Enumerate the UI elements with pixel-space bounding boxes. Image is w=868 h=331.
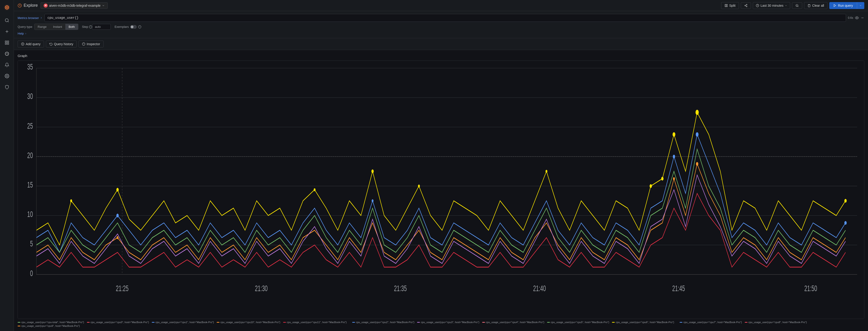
help-link[interactable]: Help — [18, 32, 864, 35]
datasource-selector[interactable]: M aiven-m3db-m3db-telegraf-example — [40, 2, 108, 9]
time-range-button[interactable]: Last 30 minutes — [753, 2, 790, 9]
sidebar-item-shield[interactable] — [2, 83, 11, 92]
sidebar-item-add[interactable] — [2, 27, 11, 36]
svg-point-1 — [6, 7, 8, 8]
svg-text:21:35: 21:35 — [394, 284, 407, 293]
sidebar-item-alerting[interactable] — [2, 60, 11, 69]
svg-point-76 — [696, 132, 699, 137]
graph-container[interactable]: 0 5 10 15 20 25 30 35 21:25 21:30 21:35 … — [18, 60, 864, 319]
graph-area: Graph 0 — [14, 50, 868, 331]
legend-label-cpu9: cpu_usage_user{cpu="cpu9", host="MacBook… — [21, 325, 80, 327]
help-chevron-icon — [25, 32, 27, 35]
exemplars-label: Exemplars — [115, 25, 129, 29]
query-tab-range[interactable]: Range — [34, 24, 50, 30]
chevron-down-icon — [102, 4, 105, 7]
svg-text:20: 20 — [27, 151, 33, 160]
plus-circle-icon — [21, 42, 24, 46]
graph-title: Graph — [18, 54, 864, 58]
clock-icon — [756, 4, 759, 7]
share-button[interactable] — [741, 2, 751, 9]
svg-point-68 — [650, 184, 652, 188]
sidebar-item-explore[interactable] — [2, 49, 11, 58]
run-query-chevron-icon — [860, 4, 862, 7]
query-tab-both[interactable]: Both — [65, 24, 78, 30]
add-query-button[interactable]: Add query — [18, 40, 44, 48]
metrics-browser-button[interactable]: Metrics browser — [18, 15, 43, 21]
legend-item-cpu0[interactable]: cpu_usage_user{cpu="cpu0", host="MacBook… — [87, 321, 149, 324]
legend-item-cpu9[interactable]: cpu_usage_user{cpu="cpu9", host="MacBook… — [18, 325, 80, 327]
svg-text:21:45: 21:45 — [672, 284, 685, 293]
grafana-logo[interactable] — [2, 3, 11, 12]
step-input[interactable] — [92, 24, 111, 30]
run-query-label: Run query — [838, 4, 853, 7]
legend-color-cpu0 — [87, 322, 90, 323]
zoom-out-button[interactable] — [792, 2, 802, 9]
run-query-dropdown-button[interactable] — [857, 2, 864, 9]
legend-color-cpu11 — [283, 322, 286, 323]
svg-point-15 — [746, 6, 747, 7]
svg-point-72 — [844, 199, 847, 203]
legend-label-cpu2: cpu_usage_user{cpu="cpu2", host="MacBook… — [356, 321, 414, 324]
svg-rect-37 — [18, 61, 864, 319]
topbar: Explore M aiven-m3db-m3db-telegraf-examp… — [14, 0, 868, 11]
legend-color-cpu3 — [417, 322, 420, 323]
svg-text:10: 10 — [27, 210, 33, 218]
legend-color-cpu7 — [680, 322, 682, 323]
sidebar — [0, 0, 14, 331]
clear-all-button[interactable]: Clear all — [804, 2, 828, 9]
svg-marker-22 — [834, 4, 836, 7]
query-toolbar: Add query Query history Inspector — [14, 38, 868, 50]
legend-item-cpu2[interactable]: cpu_usage_user{cpu="cpu2", host="MacBook… — [352, 321, 414, 324]
step-info-icon[interactable] — [89, 25, 92, 29]
svg-point-69 — [661, 177, 663, 181]
svg-point-70 — [673, 132, 676, 137]
svg-text:21:50: 21:50 — [804, 284, 817, 293]
eye-icon[interactable] — [855, 16, 859, 20]
sidebar-item-settings[interactable] — [2, 71, 11, 81]
legend-label-cpu4: cpu_usage_user{cpu="cpu4", host="MacBook… — [486, 321, 544, 324]
sidebar-item-dashboards[interactable] — [2, 38, 11, 47]
svg-point-66 — [418, 184, 420, 187]
inspector-button[interactable]: Inspector — [79, 40, 103, 48]
collapse-icon[interactable] — [861, 16, 864, 20]
legend-item-cpu4[interactable]: cpu_usage_user{cpu="cpu4", host="MacBook… — [482, 321, 544, 324]
legend-item-cpu11[interactable]: cpu_usage_user{cpu="cpu11", host="MacBoo… — [283, 321, 347, 324]
legend-item-cpu1[interactable]: cpu_usage_user{cpu="cpu1", host="MacBook… — [152, 321, 214, 324]
svg-text:5: 5 — [30, 239, 33, 248]
svg-text:21:30: 21:30 — [255, 284, 268, 293]
legend-item-cpu7[interactable]: cpu_usage_user{cpu="cpu7", host="MacBook… — [680, 321, 742, 324]
svg-point-79 — [673, 177, 675, 180]
svg-point-64 — [314, 188, 316, 191]
query-history-button[interactable]: Query history — [46, 40, 77, 48]
history-icon — [49, 42, 53, 46]
legend-label-cpu8: cpu_usage_user{cpu="cpu8", host="MacBook… — [748, 321, 807, 324]
legend-item-cpu3[interactable]: cpu_usage_user{cpu="cpu3", host="MacBook… — [417, 321, 479, 324]
legend-item-cpu10[interactable]: cpu_usage_user{cpu="cpu10", host="MacBoo… — [217, 321, 280, 324]
run-query-button[interactable]: Run query — [829, 2, 857, 9]
legend-item-cpu-total[interactable]: cpu_usage_user{cpu="cpu-total", host="Ma… — [18, 321, 84, 324]
exemplars-switch[interactable] — [130, 25, 137, 29]
svg-point-62 — [116, 188, 119, 192]
query-tab-instant[interactable]: Instant — [50, 24, 65, 30]
svg-rect-12 — [726, 4, 727, 7]
share-icon — [744, 4, 747, 7]
exemplars-info-icon[interactable] — [138, 25, 141, 29]
legend-item-cpu5[interactable]: cpu_usage_user{cpu="cpu5", host="MacBook… — [547, 321, 609, 324]
query-input[interactable] — [44, 14, 846, 22]
svg-point-67 — [546, 170, 547, 173]
legend-color-cpu2 — [352, 322, 355, 323]
split-icon — [724, 4, 728, 7]
legend-color-cpu1 — [152, 322, 155, 323]
svg-point-75 — [673, 155, 675, 158]
legend-item-cpu6[interactable]: cpu_usage_user{cpu="cpu6", host="MacBook… — [612, 321, 674, 324]
legend-item-cpu8[interactable]: cpu_usage_user{cpu="cpu8", host="MacBook… — [745, 321, 807, 324]
split-button[interactable]: Split — [721, 2, 739, 9]
query-history-label: Query history — [54, 42, 73, 46]
sidebar-item-search[interactable] — [2, 16, 11, 25]
legend-color-cpu10 — [217, 322, 219, 323]
legend-label-cpu3: cpu_usage_user{cpu="cpu3", host="MacBook… — [421, 321, 479, 324]
svg-line-17 — [745, 5, 746, 5]
graph-svg: 0 5 10 15 20 25 30 35 21:25 21:30 21:35 … — [18, 61, 864, 319]
legend-label-cpu10: cpu_usage_user{cpu="cpu10", host="MacBoo… — [220, 321, 280, 324]
svg-text:21:25: 21:25 — [116, 284, 129, 293]
